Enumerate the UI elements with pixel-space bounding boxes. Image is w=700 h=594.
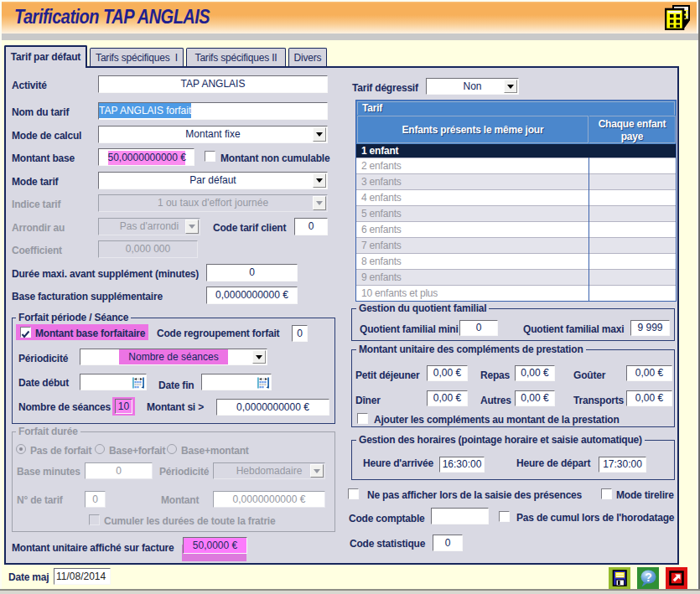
svg-text:?: ? <box>645 571 652 584</box>
